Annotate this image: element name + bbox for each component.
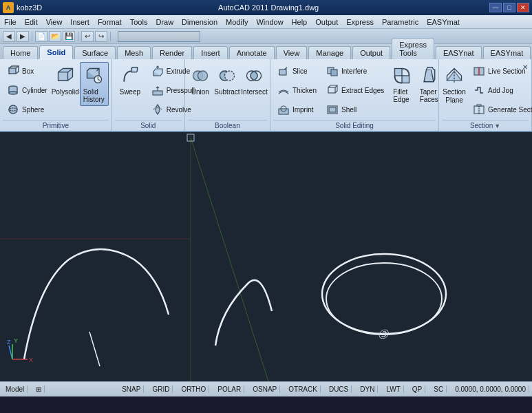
search-box[interactable]	[118, 31, 200, 42]
section-plane-button[interactable]: SectionPlane	[442, 62, 467, 107]
status-snap[interactable]: SNAP	[119, 385, 144, 393]
menu-help[interactable]: Help	[288, 15, 312, 28]
new-button[interactable]: 📄	[35, 31, 47, 42]
tab-render[interactable]: Render	[152, 46, 192, 59]
maximize-button[interactable]: □	[503, 3, 515, 12]
fillet-edge-button[interactable]: Fillet Edge	[390, 62, 414, 106]
save-button[interactable]: 💾	[63, 31, 75, 42]
menu-window[interactable]: Window	[252, 15, 287, 28]
sweep-button[interactable]: Sweep	[115, 62, 145, 98]
svg-rect-12	[153, 91, 162, 95]
add-jog-button[interactable]: Add Jog	[469, 81, 532, 99]
polysolid-button[interactable]: Polysolid	[53, 62, 78, 98]
subtract-icon	[216, 65, 238, 87]
canvas-area[interactable]: ① ② ③ Z Y X	[0, 132, 532, 381]
status-polar[interactable]: POLAR	[215, 385, 244, 393]
undo-button[interactable]: ↩	[81, 31, 94, 42]
slice-button[interactable]: Slice	[273, 62, 320, 80]
back-button[interactable]: ◀	[3, 31, 15, 42]
tab-annotate[interactable]: Annotate	[229, 46, 275, 59]
menu-dimension[interactable]: Dimension	[178, 15, 222, 28]
title-bar: A kobz3D AutoCAD 2011 Drawing1.dwg — □ ✕	[0, 0, 532, 15]
close-button[interactable]: ✕	[517, 3, 529, 12]
status-sc[interactable]: SC	[431, 385, 447, 393]
menu-output[interactable]: Output	[311, 15, 342, 28]
svg-rect-27	[395, 69, 403, 76]
minimize-button[interactable]: —	[489, 3, 502, 12]
menu-modify[interactable]: Modify	[222, 15, 252, 28]
quick-access-toolbar: ◀ ▶ 📄 📂 💾 ↩ ↪	[0, 29, 532, 44]
imprint-icon	[277, 103, 290, 116]
drawing-surface: ① ② ③ Z Y X	[0, 132, 532, 381]
menu-draw[interactable]: Draw	[151, 15, 178, 28]
imprint-button[interactable]: Imprint	[273, 100, 320, 118]
shell-button[interactable]: Shell	[322, 100, 387, 118]
window-controls: — □ ✕	[489, 3, 529, 12]
sphere-button[interactable]: Sphere	[3, 100, 51, 118]
section-expand[interactable]: ▼	[494, 123, 500, 129]
status-ducs[interactable]: DUCS	[326, 385, 352, 393]
box-button[interactable]: Box	[3, 62, 51, 80]
solid-history-button[interactable]: Solid History	[80, 62, 109, 106]
interfere-label: Interfere	[341, 67, 367, 75]
tab-output[interactable]: Output	[352, 46, 390, 59]
separator3	[110, 32, 111, 41]
tab-insert[interactable]: Insert	[193, 46, 228, 59]
tab-solid[interactable]: Solid	[39, 45, 73, 59]
menu-parametric[interactable]: Parametric	[378, 15, 423, 28]
status-layout[interactable]: ⊞	[33, 385, 45, 393]
menu-express[interactable]: Express	[342, 15, 378, 28]
status-lwt[interactable]: LWT	[383, 385, 403, 393]
tab-view[interactable]: View	[276, 46, 308, 59]
menu-edit[interactable]: Edit	[21, 15, 42, 28]
polysolid-label: Polysolid	[52, 88, 79, 96]
live-section-icon	[472, 64, 486, 78]
status-ortho[interactable]: ORTHO	[178, 385, 209, 393]
forward-button[interactable]: ▶	[17, 31, 29, 42]
ribbon-close-button[interactable]: ✕	[520, 62, 531, 72]
menu-view[interactable]: View	[42, 15, 67, 28]
menu-format[interactable]: Format	[94, 15, 126, 28]
ribbon-tabs: Home Solid Surface Mesh Render Insert An…	[0, 44, 532, 59]
tab-home[interactable]: Home	[3, 46, 38, 59]
status-osnap[interactable]: OSNAP	[250, 385, 280, 393]
svg-rect-23	[331, 70, 337, 76]
redo-button[interactable]: ↪	[95, 31, 107, 42]
open-button[interactable]: 📂	[49, 31, 61, 42]
svg-text:Z: Z	[7, 339, 11, 346]
generate-section-button[interactable]: Generate Section	[469, 100, 532, 118]
thicken-icon	[277, 83, 290, 97]
union-button[interactable]: Union	[188, 62, 213, 98]
menu-tools[interactable]: Tools	[126, 15, 152, 28]
intersect-button[interactable]: Intersect	[242, 62, 267, 98]
menu-insert[interactable]: Insert	[66, 15, 94, 28]
menu-file[interactable]: File	[0, 15, 21, 28]
tab-easymat[interactable]: EASYmat	[483, 46, 531, 59]
app-icon: A	[3, 2, 14, 13]
group-section: SectionPlane Live Section	[439, 59, 532, 131]
tab-mesh[interactable]: Mesh	[117, 46, 151, 59]
tab-surface[interactable]: Surface	[74, 46, 116, 59]
status-grid[interactable]: GRID	[149, 385, 173, 393]
group-boolean-content: Union Subtract	[188, 62, 267, 118]
box-icon	[6, 64, 20, 78]
status-dyn[interactable]: DYN	[357, 385, 378, 393]
tab-manage[interactable]: Manage	[308, 46, 351, 59]
group-solid-content: Sweep Extrude	[115, 62, 182, 118]
status-model[interactable]: Model	[3, 385, 28, 393]
interfere-button[interactable]: Interfere	[322, 62, 387, 80]
svg-rect-24	[328, 87, 335, 93]
subtract-button[interactable]: Subtract	[215, 62, 240, 98]
extract-edges-button[interactable]: Extract Edges	[322, 81, 387, 99]
presspull-icon	[151, 83, 164, 97]
extract-edges-label: Extract Edges	[341, 87, 384, 94]
tab-easynat[interactable]: EASYnat	[436, 46, 482, 59]
cylinder-button[interactable]: Cylinder	[3, 81, 51, 99]
svg-rect-26	[329, 107, 336, 112]
taper-faces-button[interactable]: Taper Faces	[416, 62, 441, 106]
tab-express-tools[interactable]: Express Tools	[392, 38, 434, 59]
status-qp[interactable]: QP	[409, 385, 425, 393]
status-otrack[interactable]: OTRACK	[286, 385, 321, 393]
menu-easymat[interactable]: EASYmat	[423, 15, 464, 28]
thicken-button[interactable]: Thicken	[273, 81, 320, 99]
